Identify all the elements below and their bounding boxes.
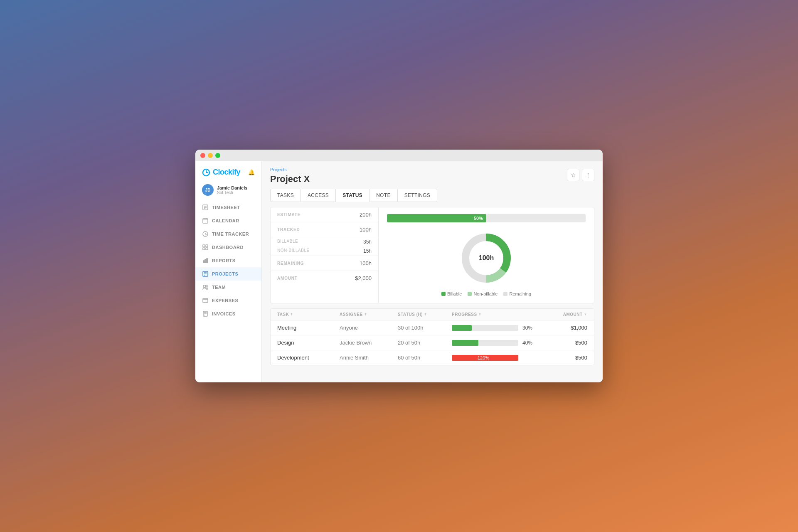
tracked-value: 100h: [360, 227, 372, 233]
td-task-development: Development: [277, 355, 340, 361]
legend-billable-dot: [441, 292, 446, 296]
main-header: Projects Project X ☆ ⋮: [262, 161, 603, 185]
th-progress[interactable]: PROGRESS ⬍: [452, 312, 546, 317]
tab-settings[interactable]: SETTINGS: [398, 189, 437, 202]
svg-rect-18: [205, 259, 206, 263]
content-area: ESTIMATE 200h TRACKED 100h BILLABLE 35h: [262, 202, 603, 370]
td-assignee-meeting: Anyone: [340, 325, 398, 331]
sort-icon-amount: ▼: [584, 313, 587, 316]
billable-value: 35h: [363, 239, 372, 245]
data-table: TASK ⬍ ASSIGNEE ⬍ STATUS (h) ⬍ PROGRES: [270, 308, 594, 365]
user-company: Sol-Tech: [217, 190, 247, 195]
svg-rect-17: [203, 261, 204, 263]
sort-icon-task: ⬍: [290, 313, 293, 316]
user-name: Jamie Daniels: [217, 185, 247, 190]
tab-status[interactable]: STATUS: [336, 189, 369, 202]
sidebar-item-team[interactable]: TEAM: [195, 281, 261, 294]
projects-icon: [202, 271, 209, 277]
logo-text: Clockify: [213, 168, 240, 177]
sidebar-item-calendar[interactable]: CALENDAR: [195, 214, 261, 227]
sort-icon-status: ⬍: [424, 313, 427, 316]
progress-pct-development: 120%: [478, 355, 493, 360]
row-progress-meeting: 30%: [452, 325, 546, 331]
timesheet-icon: [202, 204, 209, 211]
donut-chart-wrapper: 100h Billable Non-billable: [441, 229, 531, 296]
td-assignee-design: Jackie Brown: [340, 340, 398, 346]
sidebar-item-time-tracker[interactable]: TIME TRACKER: [195, 227, 261, 241]
remaining-label: REMAINING: [277, 261, 304, 266]
th-task[interactable]: TASK ⬍: [277, 312, 340, 317]
star-button[interactable]: ☆: [567, 169, 579, 181]
legend-nonbillable: Non-billable: [468, 291, 498, 296]
dashboard-icon: [202, 244, 209, 251]
stats-left: ESTIMATE 200h TRACKED 100h BILLABLE 35h: [271, 207, 379, 303]
svg-point-25: [206, 286, 208, 287]
user-details: Jamie Daniels Sol-Tech: [217, 185, 247, 195]
sidebar-item-dashboard[interactable]: DASHBOARD: [195, 241, 261, 254]
header-actions: ☆ ⋮: [567, 169, 594, 181]
donut-chart: 100h: [457, 229, 515, 287]
progress-track: 50%: [387, 214, 586, 222]
svg-rect-14: [203, 248, 205, 250]
tab-note[interactable]: NOTE: [369, 189, 398, 202]
sort-icon-assignee: ⬍: [364, 313, 367, 316]
th-assignee[interactable]: ASSIGNEE ⬍: [340, 312, 398, 317]
stat-billable: BILLABLE 35h: [271, 237, 378, 246]
estimate-value: 200h: [360, 212, 372, 218]
legend-billable: Billable: [441, 291, 462, 296]
svg-point-24: [203, 285, 206, 288]
progress-fill-meeting: [452, 325, 472, 331]
th-amount[interactable]: AMOUNT ▼: [546, 312, 587, 317]
title-bar: [195, 150, 603, 161]
stat-nonbillable: NON-BILLABLE 15h: [271, 246, 378, 256]
svg-rect-5: [203, 219, 208, 223]
sidebar-item-timesheet[interactable]: TIMESHEET: [195, 201, 261, 214]
stat-remaining: REMAINING 100h: [271, 256, 378, 271]
tab-access[interactable]: ACCESS: [301, 189, 336, 202]
team-icon: [202, 284, 209, 291]
td-progress-meeting: 30%: [452, 325, 546, 331]
table-row: Development Annie Smith 60 of 50h 120%: [271, 350, 594, 365]
billable-label: BILLABLE: [277, 239, 298, 245]
td-status-design: 20 of 50h: [398, 340, 452, 346]
td-amount-meeting: $1,000: [546, 325, 587, 331]
td-status-development: 60 of 50h: [398, 355, 452, 361]
progress-bar-meeting: [452, 325, 518, 331]
maximize-button[interactable]: [215, 153, 220, 158]
close-button[interactable]: [200, 153, 205, 158]
stats-card: ESTIMATE 200h TRACKED 100h BILLABLE 35h: [270, 207, 594, 303]
td-progress-development: 120%: [452, 355, 546, 361]
sidebar-item-invoices[interactable]: INVOICES: [195, 307, 261, 320]
svg-rect-15: [206, 248, 208, 250]
sidebar-item-expenses[interactable]: EXPENSES: [195, 294, 261, 307]
minimize-button[interactable]: [208, 153, 213, 158]
chart-legend: Billable Non-billable Remaining: [441, 291, 531, 296]
th-status[interactable]: STATUS (h) ⬍: [398, 312, 452, 317]
bell-icon[interactable]: 🔔: [248, 169, 255, 175]
progress-bar-development: 120%: [452, 355, 518, 361]
donut-center-label: 100h: [479, 254, 494, 262]
user-info: JD Jamie Daniels Sol-Tech: [195, 181, 261, 201]
svg-rect-13: [206, 245, 208, 247]
calendar-icon: [202, 217, 209, 224]
invoices-icon: [202, 310, 209, 317]
bar-chart-icon: [202, 257, 209, 264]
td-assignee-development: Annie Smith: [340, 355, 398, 361]
nonbillable-value: 15h: [363, 248, 372, 254]
page-title: Project X: [270, 174, 310, 185]
tracked-label: TRACKED: [277, 227, 300, 232]
row-progress-development: 120%: [452, 355, 546, 361]
progress-fill: 50%: [387, 214, 486, 222]
expenses-icon: [202, 297, 209, 304]
progress-pct-design: 40%: [522, 340, 537, 346]
legend-remaining: Remaining: [503, 291, 531, 296]
progress-pct-meeting: 30%: [522, 325, 537, 331]
tab-tasks[interactable]: TASKS: [270, 189, 301, 202]
svg-rect-26: [203, 298, 208, 303]
more-button[interactable]: ⋮: [582, 169, 594, 181]
svg-line-11: [205, 234, 207, 235]
sidebar-logo: Clockify 🔔: [195, 161, 261, 181]
sidebar-item-projects[interactable]: PROJECTS: [195, 267, 261, 281]
sidebar-item-reports[interactable]: REPORTS: [195, 254, 261, 267]
td-amount-development: $500: [546, 355, 587, 361]
